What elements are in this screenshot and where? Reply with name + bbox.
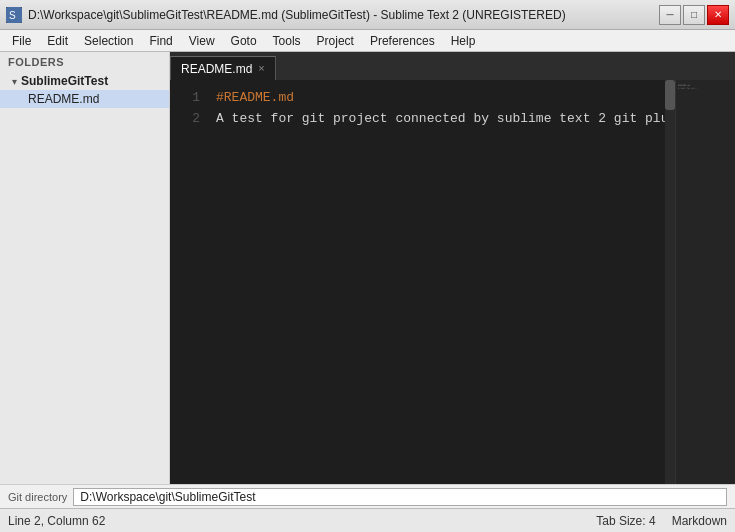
status-position: Line 2, Column 62: [8, 514, 596, 528]
sidebar: FOLDERS ▾ SublimeGitTest README.md: [0, 52, 170, 484]
window-controls: ─ □ ✕: [659, 5, 729, 25]
tabs-bar: README.md ×: [170, 52, 735, 80]
minimap: #README.mdA test for git...: [675, 80, 735, 484]
code-editor[interactable]: #README.md A test for git project connec…: [206, 80, 675, 484]
line-numbers: 1 2: [170, 80, 206, 484]
menu-preferences[interactable]: Preferences: [362, 30, 443, 51]
tab-label: README.md: [181, 62, 252, 76]
git-directory-label: Git directory: [8, 491, 67, 503]
menu-project[interactable]: Project: [309, 30, 362, 51]
file-name: README.md: [28, 92, 99, 106]
close-button[interactable]: ✕: [707, 5, 729, 25]
scrollbar-thumb[interactable]: [665, 80, 675, 110]
vertical-scrollbar[interactable]: [665, 80, 675, 484]
code-container: 1 2 #README.md A test for git project co…: [170, 80, 735, 484]
menu-bar: File Edit Selection Find View Goto Tools…: [0, 30, 735, 52]
folder-arrow-icon: ▾: [12, 76, 17, 87]
status-bar: Line 2, Column 62 Tab Size: 4 Markdown: [0, 508, 735, 532]
file-item[interactable]: README.md: [0, 90, 169, 108]
editor-area: README.md × 1 2 #README.md A test for gi…: [170, 52, 735, 484]
tab-close-button[interactable]: ×: [258, 63, 264, 74]
folder-name: SublimeGitTest: [21, 74, 108, 88]
status-tab-size: Tab Size: 4: [596, 514, 655, 528]
git-path-input[interactable]: [73, 488, 727, 506]
menu-tools[interactable]: Tools: [265, 30, 309, 51]
tab-readme[interactable]: README.md ×: [170, 56, 276, 80]
folders-label: FOLDERS: [0, 52, 169, 72]
maximize-button[interactable]: □: [683, 5, 705, 25]
menu-goto[interactable]: Goto: [223, 30, 265, 51]
main-layout: FOLDERS ▾ SublimeGitTest README.md READM…: [0, 52, 735, 484]
status-syntax: Markdown: [672, 514, 727, 528]
status-right: Tab Size: 4 Markdown: [596, 514, 727, 528]
minimap-content: #README.mdA test for git...: [676, 80, 735, 94]
menu-selection[interactable]: Selection: [76, 30, 141, 51]
menu-view[interactable]: View: [181, 30, 223, 51]
app-icon: S: [6, 7, 22, 23]
git-bar: Git directory: [0, 484, 735, 508]
menu-help[interactable]: Help: [443, 30, 484, 51]
line-num-1: 1: [178, 88, 200, 109]
code-line-1: #README.md: [216, 90, 294, 105]
menu-edit[interactable]: Edit: [39, 30, 76, 51]
code-line-2: A test for git project connected by subl…: [216, 111, 675, 126]
window-title: D:\Workspace\git\SublimeGitTest\README.m…: [28, 8, 659, 22]
menu-find[interactable]: Find: [141, 30, 180, 51]
title-bar: S D:\Workspace\git\SublimeGitTest\README…: [0, 0, 735, 30]
line-num-2: 2: [178, 109, 200, 130]
folder-item[interactable]: ▾ SublimeGitTest: [0, 72, 169, 90]
svg-text:S: S: [9, 10, 16, 21]
menu-file[interactable]: File: [4, 30, 39, 51]
minimize-button[interactable]: ─: [659, 5, 681, 25]
